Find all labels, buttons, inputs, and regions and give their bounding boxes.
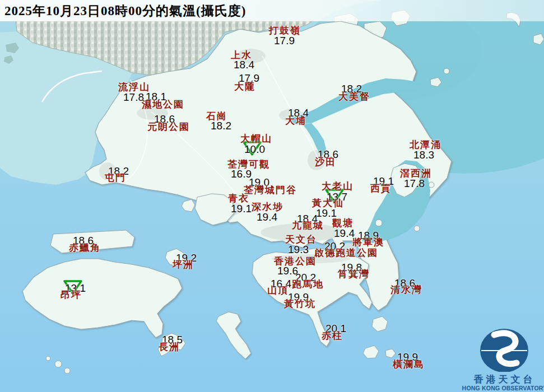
- station-label: 滘西洲: [400, 169, 432, 178]
- title-bar: 2025年10月23日08時00分的氣溫(攝氏度): [0, 0, 544, 21]
- station-value: 19.1: [316, 208, 337, 218]
- station-label: 大美督: [338, 92, 370, 101]
- station-value: 19.3: [288, 244, 309, 255]
- logo-name-en: HONG KONG OBSERVATORY: [462, 385, 544, 391]
- station-value: 17.9: [274, 35, 295, 46]
- station-label: 濕地公園: [142, 100, 184, 109]
- station-label: 跑馬地: [292, 279, 324, 289]
- station-label: 香港公園: [274, 256, 317, 266]
- station-value: 19.1: [231, 203, 252, 214]
- station-label: 啟德跑道公園: [314, 248, 378, 258]
- station-label: 大隴: [234, 82, 255, 91]
- station-label: 將軍澳: [352, 237, 384, 247]
- stations-layer: 17.9打鼓嶺18.4上水17.9大隴17.8流浮山18.1濕地公園18.6元朗…: [0, 0, 544, 392]
- station-label: 長洲: [159, 342, 180, 352]
- hko-logo: 香港天文台 HONG KONG OBSERVATORY: [465, 314, 544, 392]
- station-label: 元朗公園: [147, 122, 190, 132]
- station-label: 荃灣可觀: [227, 160, 270, 169]
- station-label: 石崗: [206, 111, 227, 121]
- station-label: 赤柱: [322, 331, 343, 340]
- station-label: 大帽山: [240, 134, 272, 143]
- station-label: 深水埗: [252, 202, 283, 212]
- station-value: 18.2: [211, 120, 231, 131]
- station-label: 荃灣城門谷: [244, 185, 297, 195]
- temperature-map-page: 17.9打鼓嶺18.4上水17.9大隴17.8流浮山18.1濕地公園18.6元朗…: [0, 0, 544, 392]
- station-label: 屯門: [105, 173, 126, 183]
- station-label: 黃竹坑: [284, 299, 316, 309]
- station-label: 山頂: [267, 286, 289, 295]
- station-value: 18.4: [234, 59, 254, 70]
- station-label: 打鼓嶺: [269, 26, 301, 35]
- station-value: 17.8: [404, 178, 425, 189]
- station-label: 大埔: [285, 116, 306, 125]
- station-label: 大老山: [322, 181, 354, 191]
- station-value: 17.8: [123, 92, 144, 102]
- logo-name-cn: 香港天文台: [465, 373, 544, 386]
- station-label: 赤鱲角: [69, 243, 101, 253]
- station-label: 清水灣: [390, 285, 422, 295]
- station-value: 19.4: [257, 212, 277, 222]
- station-label: 橫瀾島: [393, 360, 425, 369]
- station-label: 觀塘: [332, 218, 354, 228]
- station-label: 黃大仙: [312, 198, 344, 208]
- station-value: 10.0: [244, 144, 265, 155]
- station-label: 北潭涌: [410, 140, 441, 150]
- station-label: 坪洲: [173, 260, 194, 269]
- station-label: 九龍城: [292, 221, 324, 230]
- station-label: 昂坪: [61, 290, 82, 300]
- station-value: 19.4: [334, 228, 355, 239]
- station-label: 沙田: [315, 157, 336, 167]
- station-label: 天文台: [285, 235, 317, 244]
- station-label: 西貢: [370, 184, 392, 193]
- station-label: 青衣: [228, 194, 249, 203]
- station-label: 上水: [231, 50, 252, 60]
- observatory-emblem-icon: [465, 314, 544, 372]
- page-title: 2025年10月23日08時00分的氣溫(攝氏度): [4, 2, 246, 20]
- station-label: 筲箕灣: [338, 269, 370, 279]
- station-value: 18.3: [413, 150, 434, 160]
